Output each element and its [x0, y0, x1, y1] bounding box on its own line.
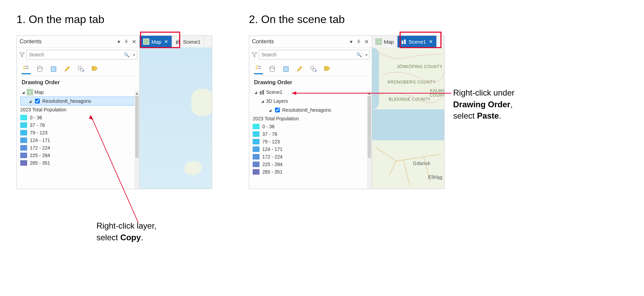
tab-map[interactable]: Map: [372, 36, 398, 47]
scene-canvas[interactable]: JÖNKÖPING COUNTY KRONOBERG COUNTY KALMAR…: [372, 47, 444, 189]
legend-row: 285 - 351: [253, 168, 370, 176]
step1-title: 1. On the map tab: [16, 13, 104, 26]
tree-layer-resolution6[interactable]: ◢ Resolution6_hexagons: [253, 106, 370, 114]
tab-map-label: Map: [151, 39, 161, 45]
scrollbar[interactable]: ▲: [367, 96, 372, 189]
list-by-drawing-order-icon[interactable]: [254, 64, 263, 74]
search-icon[interactable]: 🔍: [355, 52, 363, 57]
list-by-editing-icon[interactable]: [63, 65, 72, 74]
svg-rect-13: [284, 67, 288, 72]
close-icon[interactable]: ✕: [429, 39, 433, 44]
tab-scene[interactable]: Scene1: [172, 36, 204, 47]
list-by-data-source-icon[interactable]: [35, 65, 44, 74]
legend-label: 79 - 123: [262, 139, 280, 144]
search-icon[interactable]: 🔍: [123, 52, 130, 57]
scene-root-label: Scene1: [266, 89, 282, 95]
list-by-selection-icon[interactable]: [49, 65, 58, 74]
scene-icon: [401, 39, 406, 44]
legend-label: 172 - 224: [30, 145, 50, 151]
legend-swatch: [253, 131, 260, 137]
legend-swatch: [253, 169, 260, 175]
layer-visibility-checkbox[interactable]: [35, 99, 40, 103]
search-dropdown-icon[interactable]: ▾: [130, 53, 137, 57]
map-canvas[interactable]: [140, 47, 212, 189]
list-by-labeling-icon[interactable]: [90, 65, 99, 74]
svg-point-2: [37, 66, 42, 68]
legend-swatch: [20, 153, 27, 158]
close-icon[interactable]: ✕: [364, 39, 369, 44]
pin-icon[interactable]: [124, 39, 129, 44]
chevron-down-icon[interactable]: ▾: [348, 39, 354, 44]
scene-icon: [259, 89, 265, 95]
map-landmass: [191, 89, 212, 116]
list-by-snapshot-icon[interactable]: +: [77, 65, 85, 74]
scene-icon: [175, 39, 181, 44]
view-tabs: Map ✕ Scene1: [140, 36, 212, 48]
scrollbar[interactable]: ▲: [135, 96, 139, 189]
legend-items: 0 - 3637 - 7879 - 123124 - 171172 - 2242…: [20, 114, 137, 167]
scroll-thumb[interactable]: [368, 96, 371, 158]
search-dropdown-icon[interactable]: ▾: [363, 53, 369, 57]
search-input[interactable]: [259, 52, 355, 57]
legend-row: 0 - 36: [20, 114, 137, 121]
svg-point-7: [93, 68, 94, 69]
legend: 2023 Total Population 0 - 3637 - 7879 - …: [253, 114, 370, 176]
search-input[interactable]: [27, 52, 123, 57]
screenshot-map-tab: Contents ▾ ✕ 🔍 ▾ +: [16, 35, 212, 189]
svg-point-12: [270, 66, 275, 68]
legend-label: 124 - 171: [30, 138, 50, 143]
toolbar-separator: [22, 76, 135, 76]
scroll-thumb[interactable]: [135, 96, 139, 158]
legend-swatch: [253, 139, 260, 144]
legend-label: 37 - 78: [262, 131, 277, 137]
tab-map[interactable]: Map ✕: [140, 36, 172, 47]
chevron-down-icon[interactable]: ▾: [116, 39, 122, 44]
layer-visibility-checkbox[interactable]: [275, 108, 280, 112]
scroll-up-icon[interactable]: ▲: [135, 90, 139, 96]
close-icon[interactable]: ✕: [164, 39, 168, 44]
filter-icon[interactable]: [251, 52, 257, 58]
svg-rect-11: [256, 68, 257, 69]
legend-row: 79 - 123: [20, 129, 137, 136]
pin-icon[interactable]: [356, 39, 361, 44]
tree-map-root[interactable]: ◢ Map: [20, 88, 137, 97]
legend-label: 37 - 78: [30, 122, 45, 128]
tab-scene[interactable]: Scene1 ✕: [398, 36, 437, 47]
map-label-elblag: Elbląg: [428, 175, 442, 180]
scroll-up-icon[interactable]: ▲: [367, 90, 372, 96]
tree-3d-layers-group[interactable]: ◢ 3D Layers: [253, 97, 370, 106]
tree-layer-resolution6[interactable]: ◢ Resolution6_hexagons: [20, 97, 137, 106]
layer-label: Resolution6_hexagons: [282, 107, 331, 113]
legend-swatch: [20, 115, 27, 120]
svg-rect-4: [78, 66, 81, 69]
search-box: 🔍 ▾: [26, 50, 137, 59]
search-box: 🔍 ▾: [259, 50, 370, 59]
legend-row: 225 - 284: [253, 161, 370, 168]
list-by-drawing-order-icon[interactable]: [22, 64, 31, 74]
map-icon: [27, 89, 33, 95]
legend-row: 225 - 284: [20, 152, 137, 159]
close-icon[interactable]: ✕: [131, 39, 137, 44]
tree-scene-root[interactable]: ◢ Scene1: [253, 88, 370, 97]
legend-label: 225 - 284: [30, 153, 50, 158]
map-icon: [143, 39, 149, 45]
svg-point-17: [325, 68, 326, 69]
contents-pane: Contents ▾ ✕ 🔍 ▾ +: [249, 36, 372, 189]
contents-header: Contents ▾ ✕: [249, 36, 372, 48]
search-row: 🔍 ▾: [17, 48, 139, 62]
view-tabs: Map Scene1 ✕: [372, 36, 444, 48]
legend-row: 124 - 171: [20, 136, 137, 144]
list-by-labeling-icon[interactable]: [323, 65, 332, 74]
legend: 2023 Total Population 0 - 3637 - 7879 - …: [20, 106, 137, 167]
tab-scene-label: Scene1: [183, 39, 200, 45]
svg-rect-1: [23, 68, 25, 69]
step2-annotation: Right-click under Drawing Order, select …: [453, 87, 542, 122]
tab-map-label: Map: [384, 39, 394, 45]
list-by-data-source-icon[interactable]: [268, 65, 277, 74]
list-by-snapshot-icon[interactable]: +: [309, 65, 318, 74]
map-root-label: Map: [34, 89, 44, 95]
list-by-selection-icon[interactable]: [281, 65, 290, 74]
section-drawing-order: Drawing Order: [17, 78, 139, 88]
filter-icon[interactable]: [19, 52, 25, 58]
list-by-editing-icon[interactable]: [295, 65, 304, 74]
